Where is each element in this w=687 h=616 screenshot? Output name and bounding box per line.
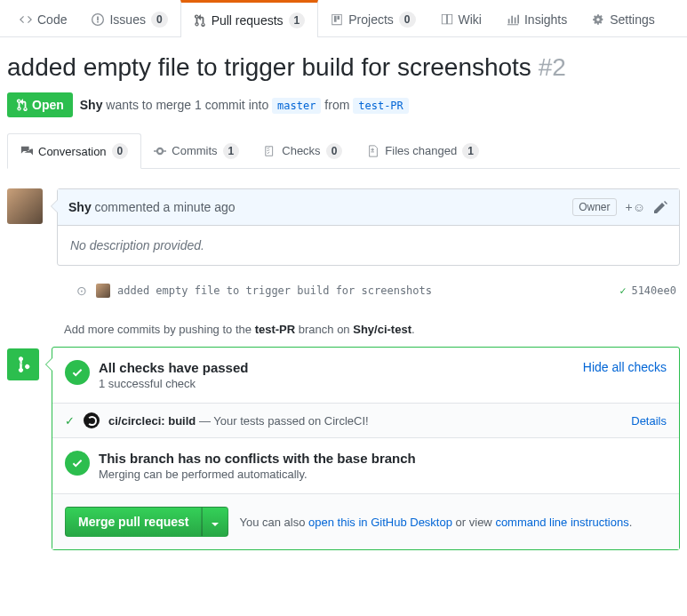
check-item: ✓ ci/circleci: build — Your tests passed…	[52, 404, 679, 438]
push-hint-branch: test-PR	[255, 323, 296, 336]
commit-row: ⊙ added empty file to trigger build for …	[64, 276, 687, 305]
tab-conversation-count: 0	[112, 143, 129, 159]
commit-message[interactable]: added empty file to trigger build for sc…	[117, 284, 612, 297]
from-word: from	[324, 98, 349, 112]
success-circle-icon	[65, 451, 90, 476]
nav-pulls-label: Pull requests	[212, 13, 284, 28]
project-icon	[331, 13, 343, 26]
pr-title: added empty file to trigger build for sc…	[7, 52, 680, 84]
git-merge-icon	[14, 356, 32, 373]
pr-meta: Open Shy wants to merge 1 commit into ma…	[7, 92, 680, 117]
comment-meta: Shy commented a minute ago	[68, 200, 236, 214]
avatar-small[interactable]	[96, 284, 110, 298]
merge-panel: All checks have passed 1 successful chec…	[52, 347, 680, 550]
commit-hash-area: ✓ 5140ee0	[619, 284, 676, 297]
add-reaction-button[interactable]: +☺	[626, 200, 645, 214]
push-hint: Add more commits by pushing to the test-…	[64, 323, 680, 336]
tab-files-label: Files changed	[385, 144, 457, 157]
check-icon: ✓	[619, 284, 626, 297]
nav-insights-label: Insights	[524, 12, 567, 27]
tab-checks-count: 0	[326, 143, 343, 159]
comment-author[interactable]: Shy	[68, 200, 92, 214]
comment-actions: Owner +☺	[572, 198, 668, 216]
conflict-title: This branch has no conflicts with the ba…	[99, 451, 416, 466]
merge-area: All checks have passed 1 successful chec…	[7, 347, 680, 550]
tab-conversation-label: Conversation	[38, 145, 107, 158]
code-icon	[20, 13, 32, 26]
file-diff-icon	[367, 145, 379, 157]
tab-conversation[interactable]: Conversation 0	[7, 133, 141, 169]
pencil-icon[interactable]	[654, 200, 668, 214]
nav-insights[interactable]: Insights	[494, 0, 579, 36]
issue-icon	[92, 13, 104, 26]
push-hint-suffix: .	[411, 323, 415, 336]
nav-issues-count: 0	[151, 12, 168, 28]
tab-checks[interactable]: Checks 0	[252, 133, 355, 168]
commit-icon	[154, 145, 166, 157]
merge-note-prefix: You can also	[239, 516, 305, 529]
check-desc: — Your tests passed on CircleCI!	[199, 414, 369, 428]
merge-note-mid: or view	[456, 516, 492, 529]
pr-state-badge: Open	[7, 92, 73, 117]
check-text: ci/circleci: build — Your tests passed o…	[108, 414, 369, 428]
pr-header: added empty file to trigger build for sc…	[0, 37, 687, 124]
open-desktop-link[interactable]: open this in GitHub Desktop	[308, 516, 452, 529]
tab-commits[interactable]: Commits 1	[141, 133, 252, 168]
cli-instructions-link[interactable]: command line instructions	[495, 516, 628, 529]
nav-settings-label: Settings	[610, 12, 655, 27]
merge-dropdown-button[interactable]	[202, 507, 228, 537]
pull-request-icon	[194, 14, 206, 27]
comment-when: commented a minute ago	[95, 200, 236, 214]
pull-request-icon	[16, 99, 28, 111]
nav-pulls[interactable]: Pull requests 1	[180, 0, 319, 37]
tab-commits-label: Commits	[172, 144, 217, 157]
checklist-icon	[264, 145, 276, 157]
merge-button[interactable]: Merge pull request	[65, 507, 202, 537]
merge-note: You can also open this in GitHub Desktop…	[239, 516, 632, 529]
check-name: ci/circleci: build	[108, 414, 196, 428]
checks-sub: 1 successful check	[99, 377, 248, 390]
book-icon	[441, 13, 453, 26]
checks-summary: All checks have passed 1 successful chec…	[52, 348, 679, 404]
conflict-summary-text: This branch has no conflicts with the ba…	[99, 451, 416, 481]
head-branch-chip[interactable]: test-PR	[353, 98, 409, 114]
checks-summary-text: All checks have passed 1 successful chec…	[99, 360, 248, 390]
nav-projects-label: Projects	[348, 12, 394, 27]
commit-dot-icon: ⊙	[75, 284, 89, 298]
nav-issues[interactable]: Issues 0	[79, 0, 180, 36]
pr-tabs: Conversation 0 Commits 1 Checks 0 Files …	[7, 133, 680, 169]
tab-files-count: 1	[462, 143, 479, 159]
comment-head: Shy commented a minute ago Owner +☺	[58, 189, 679, 226]
comment-discussion-icon	[20, 145, 33, 157]
tab-checks-label: Checks	[282, 144, 320, 157]
merge-button-group: Merge pull request	[65, 507, 228, 537]
base-branch-chip[interactable]: master	[272, 98, 321, 114]
push-hint-mid: branch on	[299, 323, 350, 336]
merge-note-suffix: .	[629, 516, 633, 529]
pr-title-text: added empty file to trigger build for sc…	[7, 53, 531, 81]
nav-code[interactable]: Code	[7, 0, 79, 36]
commit-hash[interactable]: 5140ee0	[631, 284, 676, 297]
graph-icon	[507, 13, 519, 26]
nav-code-label: Code	[37, 12, 67, 27]
repo-nav: Code Issues 0 Pull requests 1 Projects 0…	[0, 0, 687, 37]
nav-projects-count: 0	[399, 12, 416, 28]
conflict-sub: Merging can be performed automatically.	[99, 468, 416, 481]
tab-files[interactable]: Files changed 1	[355, 133, 491, 168]
timeline: Shy commented a minute ago Owner +☺ No d…	[0, 169, 687, 276]
nav-wiki-label: Wiki	[459, 12, 482, 27]
push-hint-repo: Shy/ci-test	[353, 323, 411, 336]
nav-settings[interactable]: Settings	[579, 0, 667, 36]
owner-badge: Owner	[572, 198, 616, 216]
merge-button-row: Merge pull request You can also open thi…	[52, 494, 679, 549]
avatar[interactable]	[7, 188, 43, 224]
nav-issues-label: Issues	[109, 12, 145, 27]
pr-author[interactable]: Shy	[80, 98, 103, 112]
comment-body: No description provided.	[58, 226, 679, 265]
merge-status-icon	[7, 348, 39, 380]
nav-projects[interactable]: Projects 0	[318, 0, 427, 36]
nav-wiki[interactable]: Wiki	[428, 0, 494, 36]
nav-pulls-count: 1	[289, 12, 306, 28]
check-details-link[interactable]: Details	[631, 414, 667, 428]
hide-checks-link[interactable]: Hide all checks	[583, 360, 667, 374]
